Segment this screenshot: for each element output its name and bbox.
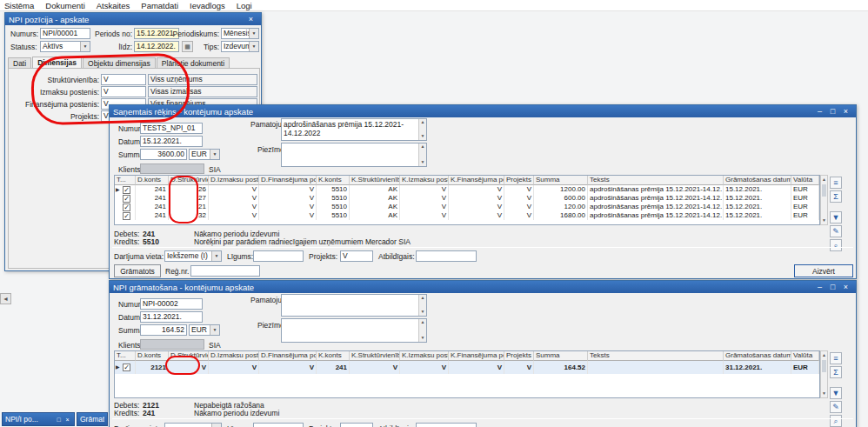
table-cell[interactable]: V (400, 194, 449, 203)
numurs-field[interactable]: NPI/00001 (40, 28, 90, 39)
izmaksu-postenis-field[interactable]: V (101, 86, 146, 97)
table-cell[interactable]: 15.12.2021. (724, 211, 791, 220)
column-header[interactable]: D.konts (136, 176, 169, 185)
row-checkbox[interactable]: ✓ (123, 195, 130, 203)
row-checkbox[interactable]: ✓ (123, 186, 130, 194)
column-header[interactable]: K.Izmaksu post... (400, 176, 449, 185)
piezimes-textarea[interactable]: ▲ ▼ (281, 318, 427, 343)
textarea-scrollbar[interactable]: ▲ ▼ (418, 319, 426, 342)
table-cell[interactable]: EUR (791, 361, 819, 374)
table-cell[interactable]: V (209, 203, 259, 211)
table-cell[interactable]: AK (350, 185, 400, 194)
table-cell[interactable]: 32 (169, 211, 209, 220)
vertical-scrollbar[interactable]: ▲ ▼ (820, 175, 828, 225)
dropdown-arrow-icon[interactable]: ▼ (210, 325, 219, 335)
dropdown-arrow-icon[interactable]: ▼ (210, 150, 219, 159)
summa-field[interactable]: 164.52 (140, 324, 187, 336)
column-header[interactable]: K.Finansējuma postenis (449, 176, 504, 185)
table-cell[interactable]: V (400, 185, 449, 194)
maximize-icon[interactable]: □ (826, 105, 839, 117)
column-header[interactable]: Summa (534, 176, 588, 185)
menu-logi[interactable]: Logi (237, 1, 252, 10)
table-cell[interactable]: apdrošināšanas prēmija 15.12.2021-14.12. (588, 211, 724, 220)
scroll-down-icon[interactable]: ▼ (419, 133, 426, 140)
filter-icon[interactable]: ▼ (830, 387, 842, 399)
row-selector-cell[interactable]: ✓ (115, 203, 136, 211)
table-cell[interactable]: apdrošināšanas prēmija 15.12.2021-14.12. (588, 203, 724, 211)
table-cell[interactable]: apdrošināšanas prēmija 15.12.2021-14.12. (588, 185, 724, 194)
minimize-icon[interactable]: – (813, 281, 826, 293)
table-cell[interactable]: 164.52 (534, 361, 588, 374)
klients-redacted-value[interactable] (140, 163, 204, 174)
column-header[interactable]: D.Finansējuma postenis (259, 176, 317, 185)
scroll-up-icon[interactable]: ▲ (419, 319, 426, 326)
table-cell[interactable]: V (259, 361, 317, 374)
table-cell[interactable]: 5510 (317, 194, 350, 203)
dropdown-arrow-icon[interactable]: ▼ (211, 424, 221, 427)
table-cell[interactable]: V (259, 211, 317, 220)
search-icon[interactable]: ⌕ (830, 415, 842, 427)
table-cell[interactable]: V (449, 361, 504, 374)
lidz-field[interactable]: 14.12.2022. (134, 41, 179, 52)
table-cell[interactable]: 15.12.2021. (724, 185, 791, 194)
edit-icon[interactable]: ✎ (830, 401, 842, 413)
mdi-scroll-left-button[interactable]: ◄ (0, 293, 11, 304)
column-header[interactable]: Teksts (588, 351, 724, 361)
pamatojums-textarea[interactable]: apdrošināšanas prēmija 15.12.2021-14.12.… (281, 118, 427, 141)
table-cell[interactable]: V (504, 211, 534, 220)
table-cell[interactable]: 120.00 (534, 203, 588, 211)
row-checkbox[interactable]: ✓ (123, 212, 130, 220)
ligums-field[interactable] (253, 423, 304, 427)
sum-icon[interactable]: Σ (830, 190, 842, 203)
table-cell[interactable]: V (209, 185, 259, 194)
close-icon[interactable]: × (839, 281, 852, 293)
menu-sistema[interactable]: Sistēma (4, 1, 34, 10)
table-cell[interactable]: 27 (169, 194, 209, 203)
tab-dati[interactable]: Dati (8, 57, 31, 68)
table-row[interactable]: ▶✓2121VVV241VVVV164.5231.12.2021.EUR (115, 361, 819, 374)
table-cell[interactable]: 21 (169, 203, 209, 211)
row-selector-cell[interactable]: ✓ (115, 211, 136, 220)
tab-dimensijas[interactable]: Dimensijas (32, 57, 82, 68)
column-header[interactable]: K.Finansējuma postenis (449, 351, 504, 361)
numurs-field[interactable]: NPI-00002 (140, 298, 203, 310)
column-header[interactable]: T... (115, 351, 136, 361)
table-cell[interactable]: V (449, 203, 504, 211)
scroll-down-icon[interactable]: ▼ (821, 390, 827, 397)
table-cell[interactable]: 31.12.2021. (724, 361, 791, 374)
sum-icon[interactable]: Σ (830, 366, 842, 378)
table-cell[interactable]: EUR (791, 203, 819, 211)
table-cell[interactable] (588, 361, 724, 374)
titlebar-sanemtais-rekins[interactable]: Saņemtais rēķins - kontējumu apskate – □… (110, 105, 856, 117)
table-cell[interactable]: 241 (136, 203, 169, 211)
column-header[interactable]: Teksts (588, 176, 724, 185)
close-icon[interactable]: × (839, 105, 852, 117)
column-header[interactable]: K.konts (317, 351, 350, 361)
titlebar-npi-pozicija[interactable]: NPI pozīcija - apskate × (5, 13, 261, 25)
table-cell[interactable]: EUR (791, 194, 819, 203)
table-cell[interactable]: AK (350, 211, 400, 220)
dropdown-arrow-icon[interactable]: ▼ (249, 29, 258, 38)
table-cell[interactable]: V (504, 203, 534, 211)
table-row[interactable]: ▶✓24126VV5510AKVVV1200.00apdrošināšanas … (115, 185, 819, 194)
numurs-field[interactable]: TESTS_NPI_01 (140, 123, 203, 134)
table-cell[interactable]: 241 (317, 361, 350, 374)
column-header[interactable]: D.Finansējuma postenis (259, 351, 317, 361)
table-cell[interactable]: V (504, 361, 534, 374)
projekts-field[interactable] (340, 423, 373, 427)
column-header[interactable]: Valūta (791, 176, 819, 185)
column-header[interactable]: Projekts (504, 176, 534, 185)
dropdown-arrow-icon[interactable]: ▼ (211, 251, 221, 261)
table-cell[interactable]: 241 (136, 185, 169, 194)
table-cell[interactable]: V (209, 361, 259, 374)
piezimes-textarea[interactable]: ▲ ▼ (281, 143, 427, 167)
minimized-window-npi[interactable]: NPI/I po... □ × (2, 412, 75, 426)
column-header[interactable]: D.Struktūrvienība (169, 176, 209, 185)
textarea-scrollbar[interactable]: ▲ ▼ (418, 295, 426, 316)
dropdown-arrow-icon[interactable]: ▼ (249, 42, 258, 51)
scroll-up-icon[interactable]: ▲ (821, 351, 827, 359)
atbildigais-field[interactable] (416, 250, 477, 262)
table-cell[interactable]: apdrošināšanas prēmija 15.12.2021-14.12. (588, 194, 724, 203)
table-cell[interactable]: 2121 (136, 361, 169, 374)
table-cell[interactable]: V (209, 194, 259, 203)
